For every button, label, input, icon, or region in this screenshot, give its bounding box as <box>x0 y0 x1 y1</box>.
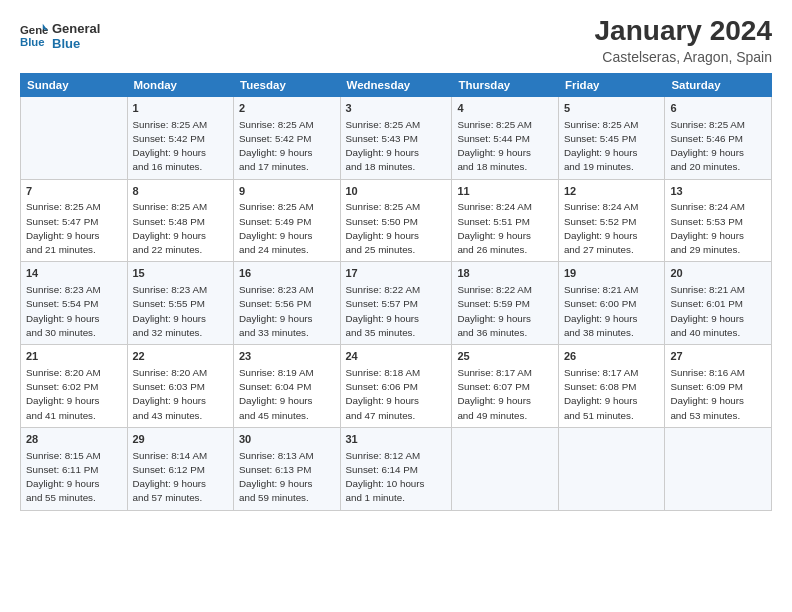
day-number: 29 <box>133 432 229 448</box>
col-friday: Friday <box>558 73 665 96</box>
calendar-cell: 6Sunrise: 8:25 AM Sunset: 5:46 PM Daylig… <box>665 96 772 179</box>
calendar-cell <box>21 96 128 179</box>
calendar-cell: 4Sunrise: 8:25 AM Sunset: 5:44 PM Daylig… <box>452 96 559 179</box>
col-sunday: Sunday <box>21 73 128 96</box>
day-content: Sunrise: 8:21 AM Sunset: 6:00 PM Dayligh… <box>564 283 660 340</box>
calendar-cell: 10Sunrise: 8:25 AM Sunset: 5:50 PM Dayli… <box>340 179 452 262</box>
calendar-cell: 20Sunrise: 8:21 AM Sunset: 6:01 PM Dayli… <box>665 262 772 345</box>
calendar-cell: 17Sunrise: 8:22 AM Sunset: 5:57 PM Dayli… <box>340 262 452 345</box>
day-content: Sunrise: 8:22 AM Sunset: 5:59 PM Dayligh… <box>457 283 553 340</box>
day-number: 3 <box>346 101 447 117</box>
day-number: 31 <box>346 432 447 448</box>
day-number: 10 <box>346 184 447 200</box>
calendar-cell: 28Sunrise: 8:15 AM Sunset: 6:11 PM Dayli… <box>21 427 128 510</box>
day-number: 9 <box>239 184 335 200</box>
day-number: 28 <box>26 432 122 448</box>
page-header: General Blue General Blue January 2024 C… <box>20 16 772 65</box>
day-number: 22 <box>133 349 229 365</box>
day-content: Sunrise: 8:20 AM Sunset: 6:02 PM Dayligh… <box>26 366 122 423</box>
day-content: Sunrise: 8:15 AM Sunset: 6:11 PM Dayligh… <box>26 449 122 506</box>
day-number: 5 <box>564 101 660 117</box>
calendar-cell <box>665 427 772 510</box>
day-content: Sunrise: 8:23 AM Sunset: 5:56 PM Dayligh… <box>239 283 335 340</box>
day-number: 17 <box>346 266 447 282</box>
day-content: Sunrise: 8:25 AM Sunset: 5:48 PM Dayligh… <box>133 200 229 257</box>
calendar-week-row: 14Sunrise: 8:23 AM Sunset: 5:54 PM Dayli… <box>21 262 772 345</box>
calendar-cell: 29Sunrise: 8:14 AM Sunset: 6:12 PM Dayli… <box>127 427 234 510</box>
day-content: Sunrise: 8:23 AM Sunset: 5:55 PM Dayligh… <box>133 283 229 340</box>
day-content: Sunrise: 8:17 AM Sunset: 6:08 PM Dayligh… <box>564 366 660 423</box>
day-number: 30 <box>239 432 335 448</box>
calendar-cell: 13Sunrise: 8:24 AM Sunset: 5:53 PM Dayli… <box>665 179 772 262</box>
calendar-cell: 19Sunrise: 8:21 AM Sunset: 6:00 PM Dayli… <box>558 262 665 345</box>
title-block: January 2024 Castelseras, Aragon, Spain <box>595 16 772 65</box>
calendar-week-row: 1Sunrise: 8:25 AM Sunset: 5:42 PM Daylig… <box>21 96 772 179</box>
logo-line2: Blue <box>52 37 100 52</box>
calendar-cell: 23Sunrise: 8:19 AM Sunset: 6:04 PM Dayli… <box>234 345 341 428</box>
logo: General Blue General Blue <box>20 20 100 52</box>
calendar-cell: 7Sunrise: 8:25 AM Sunset: 5:47 PM Daylig… <box>21 179 128 262</box>
day-content: Sunrise: 8:21 AM Sunset: 6:01 PM Dayligh… <box>670 283 766 340</box>
day-number: 4 <box>457 101 553 117</box>
day-content: Sunrise: 8:25 AM Sunset: 5:45 PM Dayligh… <box>564 118 660 175</box>
calendar-cell: 31Sunrise: 8:12 AM Sunset: 6:14 PM Dayli… <box>340 427 452 510</box>
calendar-subtitle: Castelseras, Aragon, Spain <box>595 49 772 65</box>
day-content: Sunrise: 8:22 AM Sunset: 5:57 PM Dayligh… <box>346 283 447 340</box>
day-number: 14 <box>26 266 122 282</box>
day-content: Sunrise: 8:23 AM Sunset: 5:54 PM Dayligh… <box>26 283 122 340</box>
calendar-cell: 11Sunrise: 8:24 AM Sunset: 5:51 PM Dayli… <box>452 179 559 262</box>
calendar-cell: 12Sunrise: 8:24 AM Sunset: 5:52 PM Dayli… <box>558 179 665 262</box>
calendar-cell: 2Sunrise: 8:25 AM Sunset: 5:42 PM Daylig… <box>234 96 341 179</box>
day-content: Sunrise: 8:14 AM Sunset: 6:12 PM Dayligh… <box>133 449 229 506</box>
day-number: 8 <box>133 184 229 200</box>
calendar-cell: 8Sunrise: 8:25 AM Sunset: 5:48 PM Daylig… <box>127 179 234 262</box>
day-number: 26 <box>564 349 660 365</box>
calendar-cell: 5Sunrise: 8:25 AM Sunset: 5:45 PM Daylig… <box>558 96 665 179</box>
calendar-cell: 3Sunrise: 8:25 AM Sunset: 5:43 PM Daylig… <box>340 96 452 179</box>
day-content: Sunrise: 8:25 AM Sunset: 5:46 PM Dayligh… <box>670 118 766 175</box>
day-content: Sunrise: 8:12 AM Sunset: 6:14 PM Dayligh… <box>346 449 447 506</box>
day-number: 16 <box>239 266 335 282</box>
day-number: 18 <box>457 266 553 282</box>
day-content: Sunrise: 8:25 AM Sunset: 5:42 PM Dayligh… <box>133 118 229 175</box>
calendar-header-row: Sunday Monday Tuesday Wednesday Thursday… <box>21 73 772 96</box>
day-number: 12 <box>564 184 660 200</box>
day-content: Sunrise: 8:25 AM Sunset: 5:49 PM Dayligh… <box>239 200 335 257</box>
col-saturday: Saturday <box>665 73 772 96</box>
day-number: 15 <box>133 266 229 282</box>
calendar-cell: 16Sunrise: 8:23 AM Sunset: 5:56 PM Dayli… <box>234 262 341 345</box>
day-content: Sunrise: 8:24 AM Sunset: 5:52 PM Dayligh… <box>564 200 660 257</box>
day-content: Sunrise: 8:25 AM Sunset: 5:43 PM Dayligh… <box>346 118 447 175</box>
calendar-title: January 2024 <box>595 16 772 47</box>
calendar-cell: 1Sunrise: 8:25 AM Sunset: 5:42 PM Daylig… <box>127 96 234 179</box>
day-number: 2 <box>239 101 335 117</box>
calendar-cell: 27Sunrise: 8:16 AM Sunset: 6:09 PM Dayli… <box>665 345 772 428</box>
day-number: 25 <box>457 349 553 365</box>
day-number: 27 <box>670 349 766 365</box>
calendar-cell: 22Sunrise: 8:20 AM Sunset: 6:03 PM Dayli… <box>127 345 234 428</box>
day-content: Sunrise: 8:25 AM Sunset: 5:42 PM Dayligh… <box>239 118 335 175</box>
day-number: 19 <box>564 266 660 282</box>
day-number: 21 <box>26 349 122 365</box>
col-thursday: Thursday <box>452 73 559 96</box>
day-number: 24 <box>346 349 447 365</box>
day-content: Sunrise: 8:24 AM Sunset: 5:51 PM Dayligh… <box>457 200 553 257</box>
calendar-cell: 26Sunrise: 8:17 AM Sunset: 6:08 PM Dayli… <box>558 345 665 428</box>
calendar-cell: 21Sunrise: 8:20 AM Sunset: 6:02 PM Dayli… <box>21 345 128 428</box>
day-number: 6 <box>670 101 766 117</box>
day-content: Sunrise: 8:18 AM Sunset: 6:06 PM Dayligh… <box>346 366 447 423</box>
calendar-cell <box>452 427 559 510</box>
calendar-week-row: 21Sunrise: 8:20 AM Sunset: 6:02 PM Dayli… <box>21 345 772 428</box>
day-number: 23 <box>239 349 335 365</box>
calendar-cell: 18Sunrise: 8:22 AM Sunset: 5:59 PM Dayli… <box>452 262 559 345</box>
col-monday: Monday <box>127 73 234 96</box>
day-number: 1 <box>133 101 229 117</box>
calendar-cell: 14Sunrise: 8:23 AM Sunset: 5:54 PM Dayli… <box>21 262 128 345</box>
calendar-cell: 30Sunrise: 8:13 AM Sunset: 6:13 PM Dayli… <box>234 427 341 510</box>
day-content: Sunrise: 8:25 AM Sunset: 5:50 PM Dayligh… <box>346 200 447 257</box>
calendar-cell: 24Sunrise: 8:18 AM Sunset: 6:06 PM Dayli… <box>340 345 452 428</box>
day-content: Sunrise: 8:20 AM Sunset: 6:03 PM Dayligh… <box>133 366 229 423</box>
day-number: 13 <box>670 184 766 200</box>
calendar-week-row: 7Sunrise: 8:25 AM Sunset: 5:47 PM Daylig… <box>21 179 772 262</box>
svg-text:Blue: Blue <box>20 36 45 48</box>
